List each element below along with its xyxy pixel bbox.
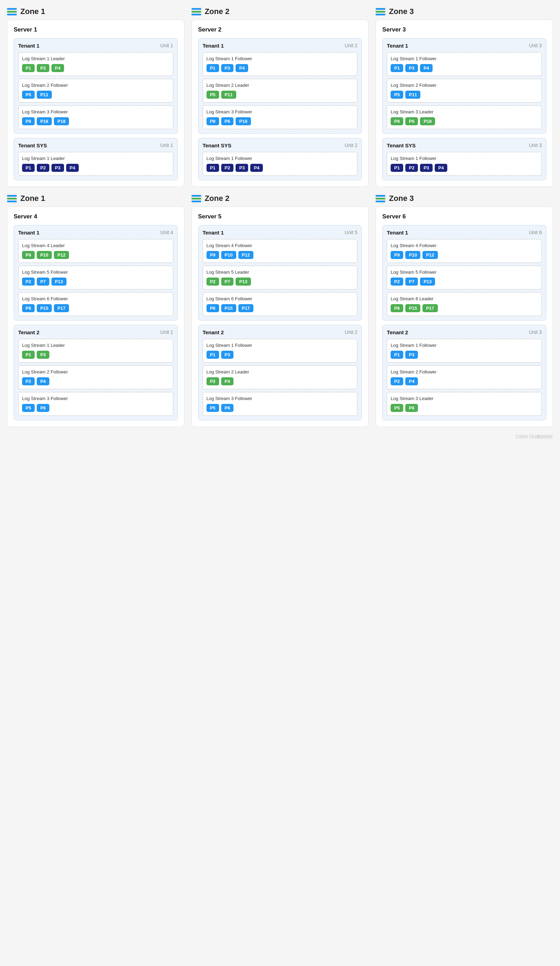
pill: P4 bbox=[420, 64, 433, 72]
zone-header: Zone 3 bbox=[376, 194, 553, 203]
tenant-box: Tenant 1 Unit 4 Log Stream 4 Leader P9P1… bbox=[14, 225, 178, 320]
tenant-unit: Unit 4 bbox=[160, 230, 173, 235]
tenant-box: Tenant 1 Unit 2 Log Stream 1 Follower P1… bbox=[198, 38, 362, 134]
zone-header: Zone 3 bbox=[376, 7, 553, 16]
stream-box: Log Stream 1 Follower P1P2P3P4 bbox=[387, 152, 542, 176]
pill: P18 bbox=[236, 117, 251, 125]
stream-box: Log Stream 3 Leader P5P6 bbox=[387, 392, 542, 416]
pill: P2 bbox=[391, 377, 403, 385]
stream-label: Log Stream 2 Follower bbox=[22, 369, 169, 375]
pill: P1 bbox=[391, 351, 403, 359]
tenant-header: Tenant 1 Unit 6 bbox=[387, 230, 542, 235]
tenant-name: Tenant SYS bbox=[18, 143, 47, 148]
pill: P11 bbox=[405, 90, 420, 99]
server-box: Server 6 Tenant 1 Unit 6 Log Stream 4 Fo… bbox=[376, 207, 553, 427]
pill: P5 bbox=[207, 90, 219, 99]
zone-icon bbox=[191, 8, 201, 15]
stream-label: Log Stream 2 Follower bbox=[391, 82, 538, 88]
pill: P6 bbox=[22, 304, 34, 312]
server-title: Server 1 bbox=[14, 26, 178, 33]
zone-title: Zone 2 bbox=[205, 194, 230, 203]
tenant-header: Tenant 2 Unit 3 bbox=[387, 329, 542, 335]
stream-box: Log Stream 4 Follower P9P10P12 bbox=[203, 239, 358, 263]
server-box: Server 5 Tenant 1 Unit 5 Log Stream 4 Fo… bbox=[191, 207, 369, 427]
zone: Zone 2 Server 2 Tenant 1 Unit 2 Log Stre… bbox=[191, 7, 369, 187]
tenant-box: Tenant SYS Unit 1 Log Stream 1 Leader P1… bbox=[14, 138, 178, 180]
tenant-header: Tenant 2 Unit 1 bbox=[18, 329, 173, 335]
zone-header: Zone 2 bbox=[191, 194, 369, 203]
pill: P1 bbox=[207, 164, 219, 172]
tenant-name: Tenant 1 bbox=[18, 43, 39, 49]
stream-box: Log Stream 2 Follower P2P4 bbox=[387, 365, 542, 389]
pill: P1 bbox=[207, 351, 219, 359]
tenant-name: Tenant SYS bbox=[203, 143, 232, 148]
tenant-box: Tenant SYS Unit 2 Log Stream 1 Follower … bbox=[198, 138, 362, 180]
tenant-name: Tenant 1 bbox=[387, 230, 408, 235]
stream-box: Log Stream 4 Leader P9P10P12 bbox=[18, 239, 173, 263]
pill: P6 bbox=[37, 404, 49, 412]
stream-label: Log Stream 3 Follower bbox=[22, 109, 169, 115]
pill: P9 bbox=[207, 251, 219, 259]
server-title: Server 3 bbox=[382, 26, 546, 33]
stream-label: Log Stream 1 Follower bbox=[207, 56, 354, 61]
pill: P12 bbox=[422, 251, 437, 259]
pill: P5 bbox=[22, 90, 34, 99]
tenant-unit: Unit 3 bbox=[529, 143, 542, 148]
stream-box: Log Stream 2 Follower P5P11 bbox=[18, 79, 173, 103]
server-box: Server 4 Tenant 1 Unit 4 Log Stream 4 Le… bbox=[7, 207, 184, 427]
pill: P1 bbox=[391, 64, 403, 72]
pill: P7 bbox=[37, 278, 49, 286]
pills-container: P5P6 bbox=[391, 404, 538, 412]
zone-header: Zone 1 bbox=[7, 7, 184, 16]
pill: P1 bbox=[207, 64, 219, 72]
tenant-unit: Unit 1 bbox=[160, 143, 173, 148]
pills-container: P8P16P18 bbox=[22, 117, 169, 125]
pill: P9 bbox=[391, 251, 403, 259]
pill: P6 bbox=[207, 304, 219, 312]
stream-box: Log Stream 5 Leader P2P7P13 bbox=[203, 266, 358, 289]
stream-label: Log Stream 2 Leader bbox=[207, 369, 354, 375]
pills-container: P9P10P12 bbox=[22, 251, 169, 259]
pills-container: P1P3 bbox=[391, 351, 538, 359]
tenant-box: Tenant 1 Unit 1 Log Stream 1 Leader P1P3… bbox=[14, 38, 178, 134]
stream-label: Log Stream 5 Leader bbox=[207, 269, 354, 275]
tenant-box: Tenant 2 Unit 1 Log Stream 1 Leader P1P3… bbox=[14, 325, 178, 421]
stream-box: Log Stream 6 Follower P6P15P17 bbox=[18, 292, 173, 316]
pill: P2 bbox=[37, 164, 49, 172]
pills-container: P9P10P12 bbox=[207, 251, 354, 259]
tenant-unit: Unit 6 bbox=[529, 230, 542, 235]
pill: P15 bbox=[37, 304, 52, 312]
pills-container: P1P3 bbox=[22, 351, 169, 359]
stream-box: Log Stream 1 Follower P1P2P3P4 bbox=[203, 152, 358, 176]
zones-row: Zone 1 Server 1 Tenant 1 Unit 1 Log Stre… bbox=[7, 7, 553, 187]
pills-container: P8P6P18 bbox=[207, 117, 354, 125]
pill: P3 bbox=[37, 351, 49, 359]
pill: P3 bbox=[37, 64, 49, 72]
stream-label: Log Stream 1 Follower bbox=[391, 343, 538, 348]
tenant-unit: Unit 1 bbox=[160, 329, 173, 335]
zone: Zone 3 Server 3 Tenant 1 Unit 3 Log Stre… bbox=[376, 7, 553, 187]
server-title: Server 4 bbox=[14, 213, 178, 220]
stream-label: Log Stream 1 Follower bbox=[391, 56, 538, 61]
pill: P11 bbox=[221, 90, 236, 99]
pill: P6 bbox=[221, 404, 234, 412]
server-title: Server 6 bbox=[382, 213, 546, 220]
stream-box: Log Stream 3 Follower P5P6 bbox=[18, 392, 173, 416]
pill: P4 bbox=[250, 164, 263, 172]
stream-label: Log Stream 6 Follower bbox=[22, 296, 169, 301]
tenant-box: Tenant SYS Unit 3 Log Stream 1 Follower … bbox=[382, 138, 546, 180]
zone-title: Zone 1 bbox=[20, 7, 45, 16]
stream-box: Log Stream 6 Leader P6P15P17 bbox=[387, 292, 542, 316]
zone-title: Zone 2 bbox=[205, 7, 230, 16]
pill: P8 bbox=[22, 117, 34, 125]
pill: P11 bbox=[37, 90, 52, 99]
pill: P12 bbox=[54, 251, 69, 259]
pills-container: P2P7P13 bbox=[207, 278, 354, 286]
pill: P3 bbox=[51, 164, 64, 172]
zone: Zone 3 Server 6 Tenant 1 Unit 6 Log Stre… bbox=[376, 194, 553, 427]
stream-box: Log Stream 3 Follower P8P16P18 bbox=[18, 105, 173, 129]
stream-label: Log Stream 1 Follower bbox=[391, 156, 538, 161]
pill: P4 bbox=[236, 64, 248, 72]
pill: P4 bbox=[221, 377, 234, 385]
tenant-name: Tenant 2 bbox=[203, 329, 224, 335]
